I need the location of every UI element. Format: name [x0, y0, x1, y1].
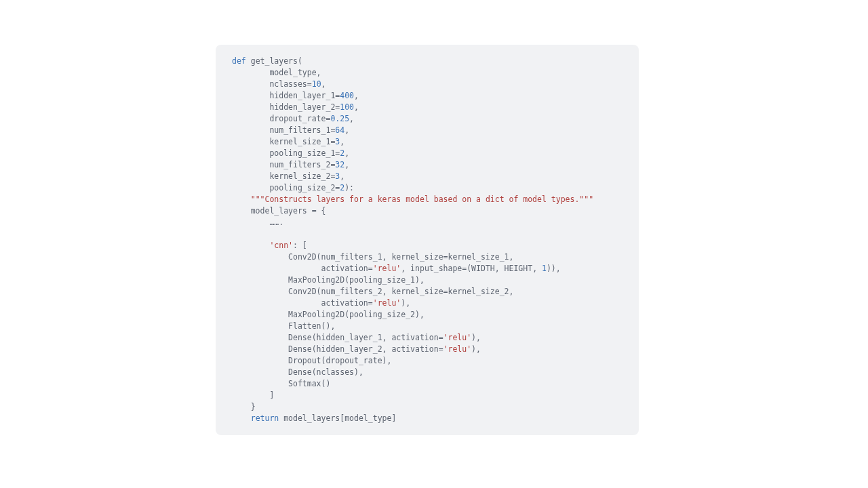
python-code-block: def get_layers( model_type, nclasses=10,… — [216, 45, 639, 435]
code-content: def get_layers( model_type, nclasses=10,… — [232, 56, 593, 423]
